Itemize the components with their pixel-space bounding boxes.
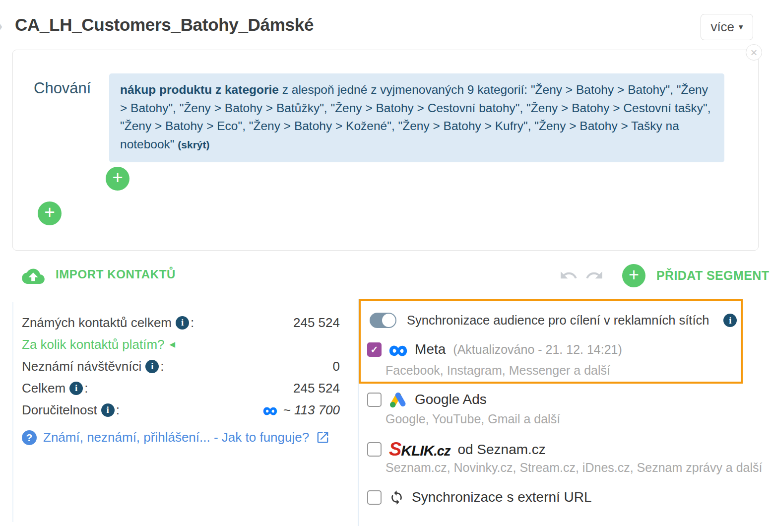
sklik-logo-s: S bbox=[389, 439, 401, 460]
history-controls bbox=[559, 266, 604, 285]
add-condition-button[interactable]: + bbox=[106, 167, 129, 191]
colon: : bbox=[160, 359, 164, 374]
colon: : bbox=[84, 381, 88, 396]
sklik-checkbox[interactable] bbox=[367, 442, 382, 457]
add-group-button[interactable]: + bbox=[38, 201, 62, 225]
stat-row-pay-link: Za kolik kontaktů platím? ◀ bbox=[22, 336, 340, 352]
how-it-works-link[interactable]: ? Známí, neznámí, přihlášení... - Jak to… bbox=[22, 430, 330, 445]
add-segment-button[interactable]: + PŘIDAT SEGMENT bbox=[622, 264, 769, 287]
collapse-caret-icon: ◀ bbox=[170, 340, 176, 349]
cloud-upload-icon bbox=[22, 265, 45, 284]
external-url-label: Synchronizace s externí URL bbox=[412, 489, 592, 505]
deliverability-value: ~ 113 700 bbox=[283, 402, 340, 418]
info-icon[interactable]: i bbox=[176, 316, 189, 330]
import-contacts-label: IMPORT KONTAKTŮ bbox=[56, 267, 176, 281]
question-circle-icon: ? bbox=[22, 430, 37, 445]
info-icon[interactable]: i bbox=[723, 314, 737, 327]
deliverability-label: Doručitelnost bbox=[22, 402, 97, 418]
pay-for-contacts-link[interactable]: Za kolik kontaktů platím? ◀ bbox=[22, 337, 175, 352]
toggle-knob bbox=[382, 314, 395, 327]
audience-sync-toggle-row: Synchronizace audience pro cílení v rekl… bbox=[370, 313, 738, 328]
google-ads-subtitle: Google, YouTube, Gmail a další bbox=[386, 412, 560, 426]
known-contacts-value: 245 524 bbox=[293, 315, 340, 331]
network-row-meta: ✓ ∞ Meta (Aktualizováno - 21. 12. 14:21) bbox=[367, 341, 622, 357]
known-contacts-label: Známých kontaktů celkem bbox=[22, 315, 172, 331]
contact-stats: Známých kontaktů celkem i : 245 524 Za k… bbox=[22, 315, 340, 424]
sync-icon bbox=[389, 490, 404, 505]
left-edge-divider bbox=[12, 302, 13, 522]
meta-label: Meta bbox=[415, 341, 446, 357]
breadcrumb-chevron-icon: › bbox=[0, 13, 3, 38]
stat-row-unknown-visitors: Neznámí návštěvníci i : 0 bbox=[22, 358, 340, 374]
audience-sync-label: Synchronizace audience pro cílení v rekl… bbox=[407, 313, 709, 328]
network-row-sklik: S KLIK .cz od Seznam.cz bbox=[367, 439, 546, 460]
network-row-external-url: Synchronizace s externí URL bbox=[367, 489, 592, 505]
stat-row-total: Celkem i : 245 524 bbox=[22, 380, 340, 396]
info-icon[interactable]: i bbox=[145, 360, 159, 373]
unknown-visitors-value: 0 bbox=[333, 359, 340, 374]
undo-icon[interactable] bbox=[559, 266, 578, 285]
colon: : bbox=[116, 402, 120, 418]
behavior-rule-box: nákup produktu z kategorie z alespoň jed… bbox=[109, 73, 724, 162]
external-url-checkbox[interactable] bbox=[367, 490, 382, 505]
sklik-logo-icon: S KLIK .cz bbox=[389, 439, 450, 460]
pay-for-contacts-label: Za kolik kontaktů platím? bbox=[22, 337, 165, 352]
import-contacts-button[interactable]: IMPORT KONTAKTŮ bbox=[22, 265, 176, 284]
network-row-google-ads: Google Ads bbox=[367, 391, 487, 408]
behavior-section-label: Chování bbox=[34, 79, 91, 97]
how-it-works-label: Známí, neznámí, přihlášení... - Jak to f… bbox=[43, 430, 309, 445]
total-label: Celkem bbox=[22, 381, 65, 396]
sklik-logo-klik: KLIK bbox=[401, 442, 434, 459]
more-button-label: více bbox=[710, 19, 734, 35]
total-value: 245 524 bbox=[293, 381, 340, 396]
google-ads-label: Google Ads bbox=[415, 392, 487, 407]
google-ads-checkbox[interactable] bbox=[367, 393, 382, 407]
info-icon[interactable]: i bbox=[69, 382, 83, 395]
hide-link[interactable]: (skrýt) bbox=[178, 139, 209, 150]
external-link-icon bbox=[316, 430, 330, 445]
rule-type-link[interactable]: nákup produktu z kategorie bbox=[120, 83, 279, 96]
chevron-down-icon: ▾ bbox=[739, 22, 743, 32]
add-segment-label: PŘIDAT SEGMENT bbox=[656, 268, 769, 283]
page-title: CA_LH_Customers_Batohy_Dámské bbox=[15, 15, 314, 35]
meta-subtitle: Facebook, Instagram, Messenger a další bbox=[386, 363, 610, 378]
colon: : bbox=[191, 315, 194, 331]
meta-checkbox[interactable]: ✓ bbox=[367, 342, 382, 357]
sklik-logo-cz: .cz bbox=[434, 444, 450, 459]
sklik-subtitle: Seznam.cz, Novinky.cz, Stream.cz, iDnes.… bbox=[386, 461, 763, 475]
unknown-visitors-label: Neznámí návštěvníci bbox=[22, 359, 141, 374]
plus-icon: + bbox=[622, 264, 645, 287]
more-button[interactable]: více ▾ bbox=[701, 14, 753, 40]
info-icon[interactable]: i bbox=[101, 403, 115, 417]
google-ads-logo-icon bbox=[389, 391, 407, 408]
audience-sync-toggle[interactable] bbox=[370, 313, 396, 328]
sklik-label: od Seznam.cz bbox=[457, 442, 545, 458]
stat-row-known-contacts: Známých kontaktů celkem i : 245 524 bbox=[22, 315, 340, 331]
redo-icon[interactable] bbox=[585, 266, 604, 285]
stat-row-deliverability: Doručitelnost i : ∞ ~ 113 700 bbox=[22, 402, 340, 418]
close-icon[interactable]: × bbox=[746, 44, 762, 61]
meta-updated-note: (Aktualizováno - 21. 12. 14:21) bbox=[453, 342, 622, 357]
